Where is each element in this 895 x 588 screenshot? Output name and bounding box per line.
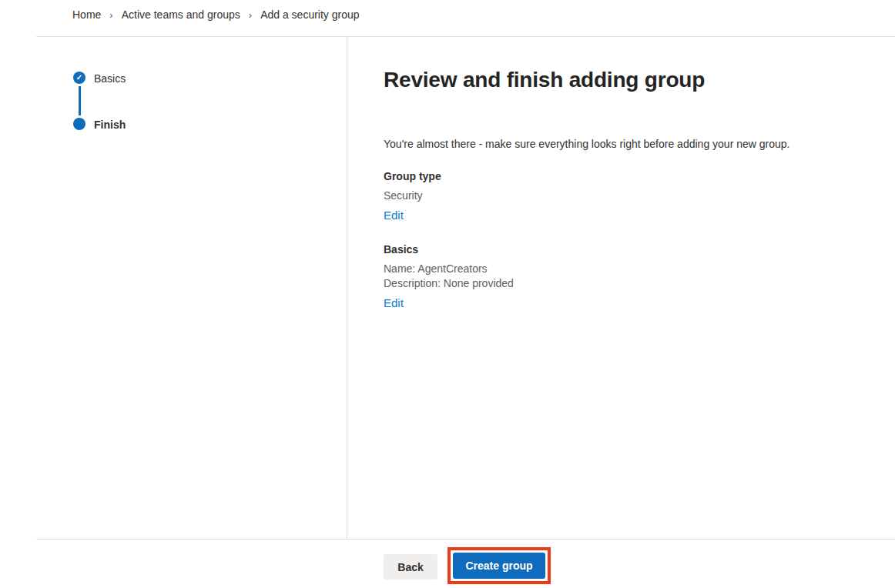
group-description-value: Description: None provided [384,276,830,291]
step-label-basics: Basics [94,72,126,85]
step-current-icon [73,118,85,130]
intro-text: You're almost there - make sure everythi… [384,136,830,152]
header-divider [36,36,895,37]
create-group-button[interactable]: Create group [453,553,545,579]
chevron-right-icon: › [109,9,112,20]
breadcrumb-active-teams-and-groups[interactable]: Active teams and groups [122,8,240,21]
edit-basics-link[interactable]: Edit [384,296,404,311]
check-icon: ✓ [76,74,82,82]
breadcrumb: Home › Active teams and groups › Add a s… [72,8,360,21]
panel-divider [347,37,347,539]
breadcrumb-add-security-group: Add a security group [260,8,359,21]
breadcrumb-home[interactable]: Home [72,8,101,21]
section-heading-basics: Basics [384,242,830,257]
step-connector-line [79,86,81,115]
annotation-highlight-box: Create group [448,547,551,584]
page-title: Review and finish adding group [384,65,830,95]
footer-divider [36,539,895,540]
chevron-right-icon: › [249,9,252,20]
group-type-value: Security [384,189,830,203]
group-name-value: Name: AgentCreators [384,262,830,276]
wizard-step-basics: ✓ Basics [73,72,85,84]
back-button[interactable]: Back [384,554,437,580]
wizard-step-finish: Finish [73,118,85,130]
step-label-finish: Finish [94,119,126,131]
edit-group-type-link[interactable]: Edit [384,208,404,223]
review-panel: Review and finish adding group You're al… [384,65,830,311]
section-heading-group-type: Group type [384,169,830,184]
step-completed-icon: ✓ [73,72,85,84]
